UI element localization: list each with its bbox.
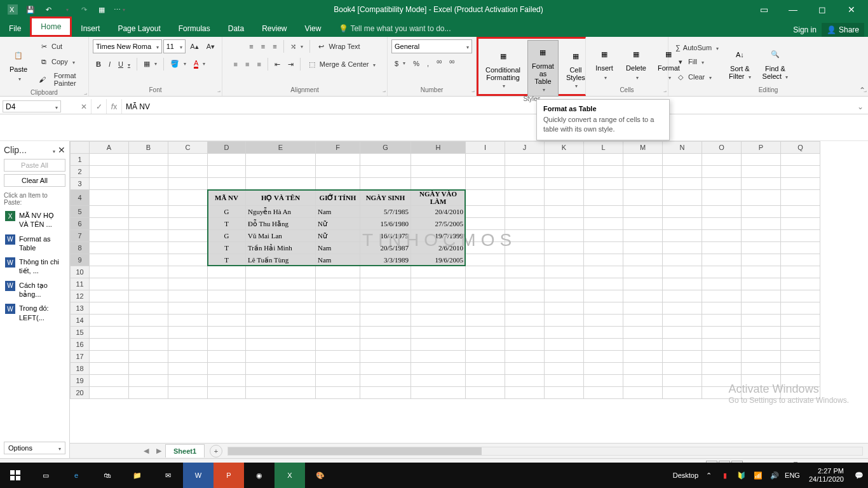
add-sheet-button[interactable]: +	[210, 445, 222, 458]
cell-N20[interactable]	[663, 387, 702, 399]
currency-button[interactable]: $	[391, 58, 409, 69]
cell-P16[interactable]	[742, 339, 781, 351]
font-color-button[interactable]: A	[191, 57, 208, 71]
cell-B2[interactable]	[129, 166, 168, 178]
align-left-button[interactable]: ≡	[231, 58, 241, 70]
cell-B19[interactable]	[129, 375, 168, 387]
cell-H20[interactable]	[411, 387, 466, 399]
cell-K5[interactable]	[545, 206, 584, 218]
cell-B7[interactable]	[129, 230, 168, 242]
word-icon[interactable]: W	[183, 463, 214, 488]
maximize-button[interactable]: ◻	[810, 0, 835, 19]
cell-L6[interactable]	[584, 218, 623, 230]
cell-G20[interactable]	[360, 387, 411, 399]
cell-A12[interactable]	[90, 290, 129, 302]
cell-G3[interactable]	[360, 178, 411, 190]
select-all-corner[interactable]	[71, 142, 90, 154]
cell-L13[interactable]	[584, 302, 623, 315]
cell-I8[interactable]	[466, 242, 505, 254]
sort-filter-button[interactable]: A↓Sort &Filter	[724, 43, 756, 84]
cell-H13[interactable]	[411, 302, 466, 315]
cell-Q15[interactable]	[781, 327, 820, 339]
cell-N16[interactable]	[663, 339, 702, 351]
cell-J2[interactable]	[505, 166, 545, 178]
cell-F6[interactable]: Nữ	[316, 218, 360, 230]
cell-E7[interactable]: Vũ Mai Lan	[246, 230, 316, 242]
cell-I7[interactable]	[466, 230, 505, 242]
cell-P14[interactable]	[742, 315, 781, 327]
find-select-button[interactable]: 🔍Find &Select	[758, 43, 793, 84]
cell-J9[interactable]	[505, 254, 545, 266]
cell-L20[interactable]	[584, 387, 623, 399]
cell-Q8[interactable]	[781, 242, 820, 254]
cell-I13[interactable]	[466, 302, 505, 315]
collapse-ribbon-icon[interactable]: ⌃	[859, 86, 865, 95]
clipboard-options-button[interactable]: Options	[4, 442, 65, 454]
cell-D18[interactable]	[208, 363, 246, 375]
cell-D10[interactable]	[208, 266, 246, 278]
col-header-D[interactable]: D	[208, 142, 246, 154]
cell-I6[interactable]	[466, 218, 505, 230]
cell-K1[interactable]	[545, 154, 584, 166]
cell-B1[interactable]	[129, 154, 168, 166]
cell-Q7[interactable]	[781, 230, 820, 242]
cell-D13[interactable]	[208, 302, 246, 315]
cell-G6[interactable]: 15/6/1980	[360, 218, 411, 230]
cell-P6[interactable]	[742, 218, 781, 230]
cell-I19[interactable]	[466, 375, 505, 387]
cell-G8[interactable]: 20/5/1987	[360, 242, 411, 254]
sheet-tab-1[interactable]: Sheet1	[165, 444, 205, 458]
cell-B8[interactable]	[129, 242, 168, 254]
cell-B14[interactable]	[129, 315, 168, 327]
clipboard-item[interactable]: WFormat as Table	[4, 232, 65, 255]
cell-F4[interactable]: GIỚI TÍNH	[316, 190, 360, 206]
row-header-12[interactable]: 12	[71, 290, 90, 302]
tray-language[interactable]: ENG	[785, 471, 800, 479]
cell-C2[interactable]	[168, 166, 208, 178]
tray-notifications-icon[interactable]: 💬	[853, 471, 865, 480]
cell-J1[interactable]	[505, 154, 545, 166]
tab-view[interactable]: View	[296, 20, 330, 37]
cell-L9[interactable]	[584, 254, 623, 266]
autosum-button[interactable]: ∑ AutoSum	[672, 42, 722, 53]
cell-N5[interactable]	[663, 206, 702, 218]
cell-L11[interactable]	[584, 278, 623, 290]
cell-E19[interactable]	[246, 375, 316, 387]
number-format-select[interactable]: General	[391, 39, 472, 53]
cell-I14[interactable]	[466, 315, 505, 327]
cell-F14[interactable]	[316, 315, 360, 327]
cell-H5[interactable]: 20/4/2010	[411, 206, 466, 218]
cell-F5[interactable]: Nam	[316, 206, 360, 218]
cell-L2[interactable]	[584, 166, 623, 178]
cell-F19[interactable]	[316, 375, 360, 387]
cell-C12[interactable]	[168, 290, 208, 302]
cell-A14[interactable]	[90, 315, 129, 327]
row-header-14[interactable]: 14	[71, 315, 90, 327]
cell-E16[interactable]	[246, 339, 316, 351]
bold-button[interactable]: B	[93, 58, 104, 70]
cell-I9[interactable]	[466, 254, 505, 266]
cell-C18[interactable]	[168, 363, 208, 375]
underline-button[interactable]: U	[115, 58, 133, 70]
cell-G15[interactable]	[360, 327, 411, 339]
cell-K13[interactable]	[545, 302, 584, 315]
tab-scroll-right[interactable]: ▶	[153, 447, 165, 455]
cell-I12[interactable]	[466, 290, 505, 302]
paste-all-button[interactable]: Paste All	[4, 159, 65, 172]
mail-icon[interactable]: ✉	[153, 463, 183, 488]
cell-F3[interactable]	[316, 178, 360, 190]
cell-F18[interactable]	[316, 363, 360, 375]
cell-L5[interactable]	[584, 206, 623, 218]
cell-E6[interactable]: Đỗ Thu Hằng	[246, 218, 316, 230]
cell-M15[interactable]	[623, 327, 663, 339]
row-header-19[interactable]: 19	[71, 375, 90, 387]
cell-A10[interactable]	[90, 266, 129, 278]
cell-C10[interactable]	[168, 266, 208, 278]
format-painter-button[interactable]: 🖌Format Painter	[36, 70, 85, 89]
cell-E5[interactable]: Nguyễn Hà An	[246, 206, 316, 218]
cell-P7[interactable]	[742, 230, 781, 242]
decrease-decimal-button[interactable]: ⁰⁰	[446, 57, 458, 69]
cell-G12[interactable]	[360, 290, 411, 302]
clear-all-button[interactable]: Clear All	[4, 174, 65, 187]
cell-D15[interactable]	[208, 327, 246, 339]
